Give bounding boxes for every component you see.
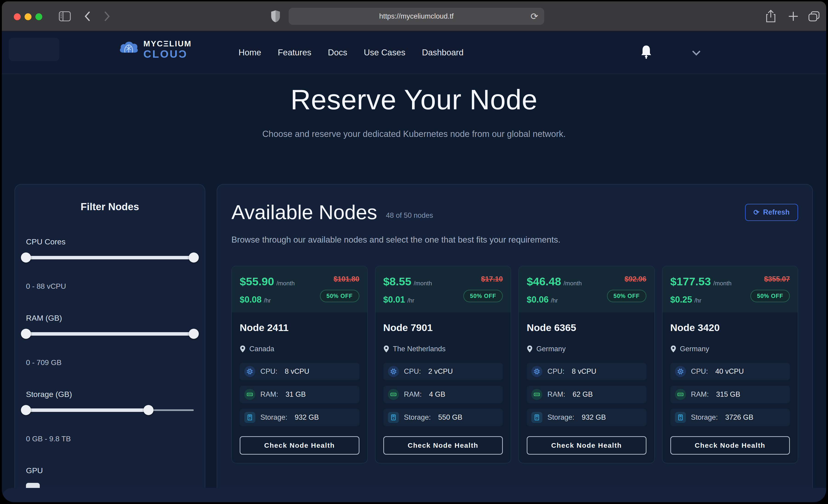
hero-section: Reserve Your Node Choose and reserve you… <box>2 74 826 139</box>
spec-row-storage: Storage: 550 GB <box>383 409 503 426</box>
spec-label: RAM: <box>691 390 709 398</box>
spec-label: CPU: <box>547 367 565 376</box>
spec-value: 550 GB <box>438 413 462 422</box>
discount-badge: 50% OFF <box>750 290 790 302</box>
forward-button[interactable] <box>102 1 112 31</box>
check-node-health-button[interactable]: Check Node Health <box>527 436 647 455</box>
nav-link-use-cases[interactable]: Use Cases <box>364 48 405 57</box>
node-specs: CPU: 40 vCPU RAM: 315 GB <box>670 363 790 426</box>
monthly-unit: /month <box>564 280 582 287</box>
tab-overview-icon[interactable] <box>808 1 820 31</box>
location-pin-icon <box>383 345 389 353</box>
ram-icon <box>531 389 542 400</box>
node-card: $8.55 /month $0.01 /hr $17.10 50% OFF No… <box>375 266 511 463</box>
bottom-band <box>2 488 826 502</box>
spec-row-cpu: CPU: 2 vCPU <box>383 363 503 380</box>
cpu-cores-label: CPU Cores <box>26 237 194 246</box>
ram-range-slider[interactable] <box>26 329 194 339</box>
close-window-button[interactable] <box>14 13 21 20</box>
node-name: Node 7901 <box>383 322 503 333</box>
nodes-subtitle: Browse through our available nodes and s… <box>232 235 798 245</box>
spec-label: RAM: <box>404 390 422 398</box>
storage-range-slider[interactable] <box>26 405 194 415</box>
sidebar-toggle-icon[interactable] <box>59 1 71 31</box>
node-card: $55.90 /month $0.08 /hr $101.80 50% OFF … <box>232 266 368 463</box>
spec-row-storage: Storage: 932 GB <box>527 409 647 426</box>
node-location: Canada <box>249 345 275 353</box>
slider-thumb-min[interactable] <box>21 329 31 339</box>
address-bar[interactable]: https://myceliumcloud.tf ⟳ <box>289 8 544 25</box>
spec-label: Storage: <box>547 413 574 422</box>
node-card-pricing: $8.55 /month $0.01 /hr $17.10 50% OFF <box>375 266 511 312</box>
spec-value: 8 vCPU <box>285 367 309 376</box>
new-tab-icon[interactable] <box>788 1 799 31</box>
spec-label: RAM: <box>260 390 278 398</box>
hourly-unit: /hr <box>551 297 558 304</box>
node-specs: CPU: 8 vCPU RAM: 31 GB <box>240 363 360 426</box>
monthly-price: $177.53 <box>670 275 711 288</box>
nav-link-home[interactable]: Home <box>239 48 261 57</box>
location-pin-icon <box>527 345 533 353</box>
storage-label: Storage (GB) <box>26 390 194 399</box>
cpu-icon <box>388 366 399 377</box>
filter-title: Filter Nodes <box>26 201 194 212</box>
storage-icon <box>675 412 686 423</box>
nodes-title: Available Nodes <box>232 201 377 224</box>
brand-name-bottom: CLOUƆ <box>143 48 192 59</box>
monthly-unit: /month <box>414 280 432 287</box>
zoom-window-button[interactable] <box>35 13 42 20</box>
original-price: $101.80 <box>333 275 359 283</box>
slider-thumb-max[interactable] <box>143 405 154 415</box>
check-node-health-button[interactable]: Check Node Health <box>240 436 360 455</box>
refresh-label: Refresh <box>763 208 790 216</box>
monthly-unit: /month <box>713 280 732 287</box>
page-title: Reserve Your Node <box>2 84 826 116</box>
monthly-price: $8.55 <box>383 275 412 288</box>
nav-link-features[interactable]: Features <box>278 48 312 57</box>
privacy-shield-icon[interactable] <box>270 1 281 31</box>
discount-badge: 50% OFF <box>463 290 503 302</box>
cpu-cores-range-slider[interactable] <box>26 252 194 263</box>
brand-logo[interactable]: MYCΞLIUM CLOUƆ <box>119 40 192 59</box>
share-icon[interactable] <box>765 1 776 31</box>
slider-active-range <box>26 332 194 336</box>
check-node-health-button[interactable]: Check Node Health <box>670 436 790 455</box>
node-card-pricing: $46.48 /month $0.06 /hr $92.96 50% OFF <box>519 266 654 312</box>
spec-row-ram: RAM: 4 GB <box>383 386 503 403</box>
nav-link-docs[interactable]: Docs <box>328 48 347 57</box>
filter-panel: Filter Nodes CPU Cores 0 - 88 vCPU RAM (… <box>14 184 205 502</box>
slider-thumb-min[interactable] <box>21 252 31 262</box>
storage-icon <box>244 412 255 423</box>
spec-value: 3726 GB <box>725 413 753 422</box>
slider-thumb-max[interactable] <box>189 329 199 339</box>
traffic-lights <box>14 13 42 20</box>
spec-value: 2 vCPU <box>428 367 453 376</box>
spec-row-cpu: CPU: 40 vCPU <box>670 363 790 380</box>
chevron-down-icon[interactable] <box>691 50 701 57</box>
node-name: Node 2411 <box>240 322 360 333</box>
available-nodes-panel: Available Nodes 48 of 50 nodes ⟳ Refresh… <box>217 184 813 502</box>
spec-label: Storage: <box>691 413 718 422</box>
discount-badge: 50% OFF <box>320 290 360 302</box>
spec-value: 315 GB <box>716 390 740 398</box>
spec-row-storage: Storage: 932 GB <box>240 409 360 426</box>
spec-value: 932 GB <box>582 413 606 422</box>
refresh-button[interactable]: ⟳ Refresh <box>745 204 798 221</box>
filter-section-ram: RAM (GB) 0 - 709 GB <box>26 313 194 367</box>
original-price: $92.96 <box>625 275 647 283</box>
original-price: $355.07 <box>764 275 790 283</box>
spec-label: Storage: <box>404 413 431 422</box>
hourly-unit: /hr <box>264 297 271 304</box>
nav-link-dashboard[interactable]: Dashboard <box>422 48 463 57</box>
monthly-price: $55.90 <box>240 275 274 288</box>
back-button[interactable] <box>83 1 92 31</box>
node-card: $46.48 /month $0.06 /hr $92.96 50% OFF N… <box>519 266 655 463</box>
slider-thumb-min[interactable] <box>21 405 31 415</box>
reload-icon[interactable]: ⟳ <box>530 11 538 22</box>
check-node-health-button[interactable]: Check Node Health <box>383 436 503 455</box>
storage-icon <box>388 412 399 423</box>
slider-thumb-max[interactable] <box>189 252 199 262</box>
notifications-bell-icon[interactable] <box>639 45 653 60</box>
minimize-window-button[interactable] <box>25 13 32 20</box>
node-specs: CPU: 8 vCPU RAM: 62 GB <box>527 363 647 426</box>
